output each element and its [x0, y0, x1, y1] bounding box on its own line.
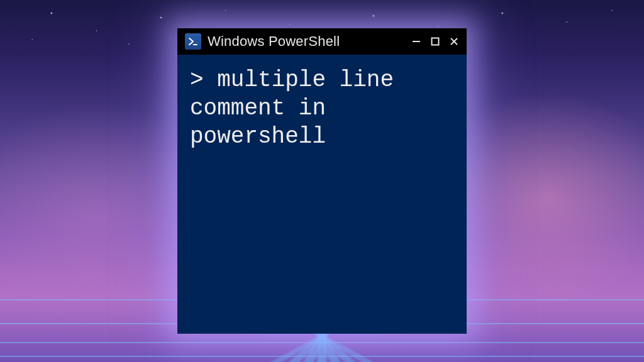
terminal-content[interactable]: > multiple line comment in powershell: [177, 55, 467, 334]
titlebar[interactable]: Windows PowerShell: [177, 28, 467, 55]
terminal-command-text: multiple line comment in powershell: [190, 67, 408, 150]
vaporwave-background: Windows PowerShell > multiple line comme…: [0, 0, 644, 362]
maximize-button[interactable]: [429, 35, 441, 48]
window-controls: [410, 35, 460, 48]
minimize-button[interactable]: [410, 35, 423, 48]
powershell-window: Windows PowerShell > multiple line comme…: [177, 28, 467, 334]
window-title: Windows PowerShell: [208, 33, 404, 50]
svg-rect-2: [432, 38, 439, 45]
close-button[interactable]: [448, 35, 460, 48]
powershell-icon: [185, 33, 201, 50]
prompt-symbol: >: [190, 67, 204, 93]
